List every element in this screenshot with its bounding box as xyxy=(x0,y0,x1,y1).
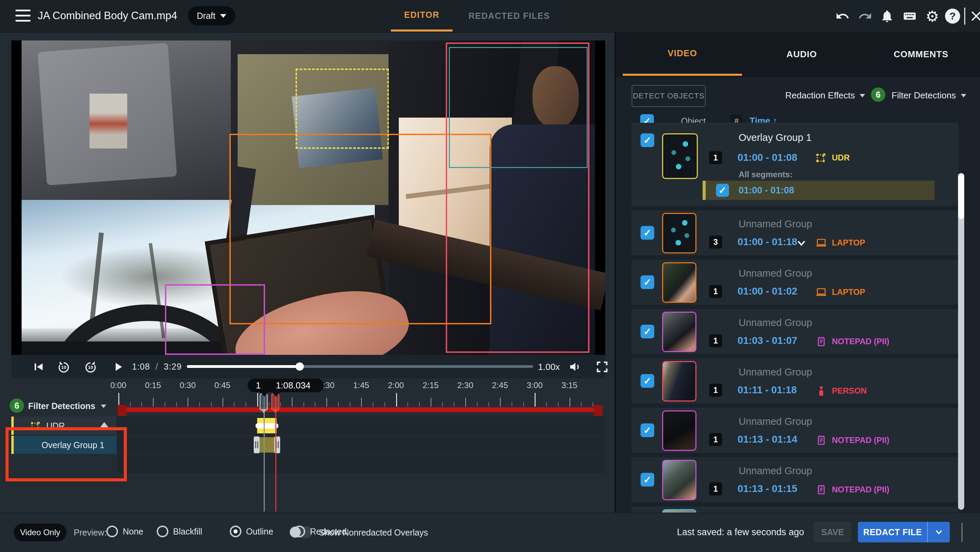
ruler-label: 3:00 xyxy=(527,380,543,390)
detection-type-label: NOTEPAD (PII) xyxy=(815,484,889,495)
panel-tabs: VIDEO AUDIO COMMENTS xyxy=(616,33,980,77)
detection-row[interactable]: ✓ Unnamed Group 1 01:00 - 01:02LAPTOP xyxy=(632,260,958,304)
redact-file-label[interactable]: REDACT FILE xyxy=(858,522,927,542)
time-range[interactable]: 01:00 - 01:08 xyxy=(738,152,797,163)
udr-selection-box[interactable] xyxy=(296,68,389,149)
detection-row[interactable]: ✓ Overlay Group 1 1 01:00 - 01:08UDRAll … xyxy=(632,123,958,206)
replay-10-icon[interactable]: 10 xyxy=(56,359,72,375)
notepad-detection-box[interactable] xyxy=(165,284,265,355)
udr-timeline-segment[interactable] xyxy=(257,418,277,433)
tab-audio[interactable]: AUDIO xyxy=(742,33,861,76)
detection-thumbnail[interactable] xyxy=(662,213,697,253)
row-checkbox[interactable]: ✓ xyxy=(641,473,654,487)
save-button[interactable]: SAVE xyxy=(814,522,851,542)
time-range[interactable]: 01:13 - 01:14 xyxy=(738,434,797,445)
detection-thumbnail[interactable] xyxy=(662,361,697,401)
topbar-divider xyxy=(964,8,965,25)
playback-speed[interactable]: 1.00x xyxy=(538,362,560,372)
video-only-button[interactable]: Video Only xyxy=(14,523,67,541)
forward-10-icon[interactable]: 10 xyxy=(83,359,99,375)
time-range[interactable]: 01:00 - 01:02 xyxy=(738,286,797,297)
fullscreen-icon[interactable] xyxy=(594,359,610,375)
detection-row[interactable]: ✓ Unnamed Group xyxy=(632,507,958,512)
video-player[interactable] xyxy=(11,40,605,355)
time-range[interactable]: 01:13 - 01:15 xyxy=(738,483,797,495)
scrollbar-track[interactable] xyxy=(958,173,964,510)
menu-icon[interactable] xyxy=(16,10,30,22)
detection-thumbnail[interactable] xyxy=(662,410,697,451)
detection-type-label: NOTEPAD (PII) xyxy=(815,434,889,446)
skip-to-start-icon[interactable] xyxy=(30,359,46,375)
keyboard-shortcuts-icon[interactable] xyxy=(901,8,918,25)
segment-row[interactable]: ✓01:00 - 01:08 xyxy=(703,181,934,200)
redact-options-split[interactable] xyxy=(927,522,950,542)
radio-icon[interactable] xyxy=(294,526,305,537)
range-start-handle[interactable] xyxy=(118,405,127,416)
chevron-down-icon[interactable] xyxy=(796,238,807,250)
ruler-tick xyxy=(453,402,454,407)
row-checkbox[interactable]: ✓ xyxy=(641,226,654,240)
tab-video[interactable]: VIDEO xyxy=(623,33,742,76)
detect-objects-button[interactable]: DETECT OBJECTS xyxy=(632,85,706,107)
chevron-down-icon xyxy=(961,94,966,97)
seek-bar[interactable] xyxy=(187,365,533,368)
preview-option-outline[interactable]: Outline xyxy=(230,526,273,537)
preview-option-none[interactable]: None xyxy=(106,526,143,537)
row-checkbox[interactable]: ✓ xyxy=(641,374,654,388)
tab-redacted-files[interactable]: REDACTED FILES xyxy=(461,0,557,32)
status-dropdown[interactable]: Draft xyxy=(188,6,235,25)
timeline-lane-udr[interactable] xyxy=(116,417,605,435)
seek-knob[interactable] xyxy=(296,363,304,371)
detection-row[interactable]: ✓ Unnamed Group 1 01:03 - 01:07NOTEPAD (… xyxy=(632,309,958,354)
close-icon[interactable] xyxy=(968,8,980,25)
time-range[interactable]: 01:11 - 01:18 xyxy=(738,384,797,396)
tab-editor[interactable]: EDITOR xyxy=(391,0,453,32)
tab-comments[interactable]: COMMENTS xyxy=(861,33,980,76)
redaction-effects-dropdown[interactable]: Redaction Effects xyxy=(785,90,865,101)
detection-thumbnail[interactable] xyxy=(662,312,697,352)
detection-thumbnail[interactable] xyxy=(662,509,697,512)
radio-icon[interactable] xyxy=(230,526,242,537)
laptop-detection-box[interactable] xyxy=(229,134,492,325)
undo-icon[interactable] xyxy=(834,8,851,25)
play-icon[interactable] xyxy=(110,359,126,375)
settings-icon[interactable]: ⚙ xyxy=(924,8,941,25)
segment-checkbox[interactable]: ✓ xyxy=(716,184,729,197)
svg-text:10: 10 xyxy=(88,365,93,370)
detection-thumbnail[interactable] xyxy=(662,134,698,179)
volume-icon[interactable] xyxy=(568,359,583,375)
radio-icon[interactable] xyxy=(106,526,118,537)
preview-option-redacted[interactable]: Redacted xyxy=(294,526,347,537)
detection-thumbnail[interactable] xyxy=(662,262,697,303)
filter-detections-dropdown[interactable]: Filter Detections xyxy=(891,90,966,101)
row-checkbox[interactable]: ✓ xyxy=(641,275,654,289)
notifications-icon[interactable] xyxy=(878,8,896,25)
detection-thumbnail[interactable] xyxy=(662,460,697,500)
redaction-range-bar[interactable] xyxy=(118,407,602,412)
timeline-lane-empty[interactable] xyxy=(116,455,605,473)
range-end-handle[interactable] xyxy=(593,405,603,416)
row-checkbox[interactable]: ✓ xyxy=(641,134,654,147)
detection-row[interactable]: ✓ Unnamed Group 1 01:13 - 01:15NOTEPAD (… xyxy=(632,457,958,502)
ruler-tick xyxy=(234,402,235,407)
preview-option-blackfill[interactable]: Blackfill xyxy=(157,526,202,537)
help-icon[interactable]: ? xyxy=(945,9,960,24)
detection-row[interactable]: ✓ Unnamed Group 1 01:13 - 01:14NOTEPAD (… xyxy=(632,408,958,453)
scrollbar-thumb[interactable] xyxy=(958,173,964,219)
redact-file-button[interactable]: REDACT FILE xyxy=(858,522,950,542)
redo-icon[interactable] xyxy=(857,8,874,25)
detection-type-label: LAPTOP xyxy=(815,237,865,248)
timeline-lane-overlay-group[interactable] xyxy=(116,436,605,454)
radio-icon[interactable] xyxy=(157,526,169,537)
row-checkbox[interactable]: ✓ xyxy=(641,423,654,437)
segment-left-handle[interactable] xyxy=(254,436,259,453)
timeline-ruler[interactable] xyxy=(0,391,614,407)
row-checkbox[interactable]: ✓ xyxy=(641,325,654,339)
overlay-group-timeline-segment[interactable] xyxy=(256,437,278,453)
radio-label: None xyxy=(123,527,143,536)
segment-count-badge: 1 xyxy=(709,334,722,347)
time-range[interactable]: 01:00 - 01:18 xyxy=(738,236,797,248)
detection-row[interactable]: ✓ Unnamed Group 1 01:11 - 01:18PERSON xyxy=(632,359,958,403)
detection-row[interactable]: ✓ Unnamed Group 3 01:00 - 01:18LAPTOP xyxy=(632,210,958,255)
time-range[interactable]: 01:03 - 01:07 xyxy=(738,335,797,346)
